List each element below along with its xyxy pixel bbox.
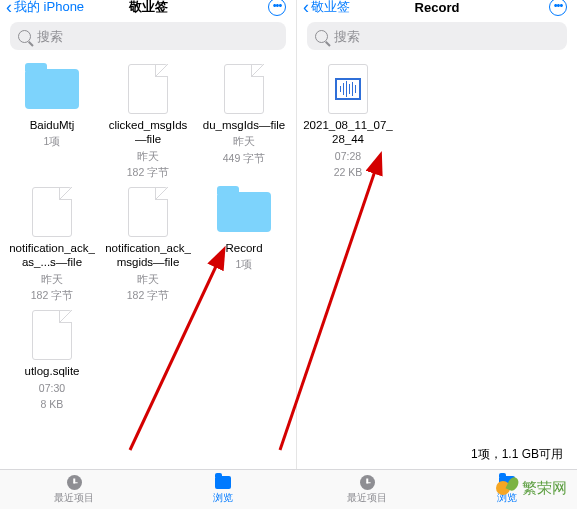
item-name: du_msgIds—file [203,118,285,132]
grid-item-file[interactable]: clicked_msgIds—file 昨天 182 字节 [103,66,193,179]
search-bar[interactable] [307,22,567,50]
item-meta: 07:30 [39,381,65,395]
tab-label: 最近项目 [347,492,387,505]
item-name: 2021_08_11_07_28_44 [303,118,393,147]
tab-label: 最近项目 [54,492,94,505]
item-name: notification_ack_as_...s—file [7,241,97,270]
item-size: 182 字节 [127,165,169,179]
navbar-left: ‹ 我的 iPhone 敬业签 ••• [0,0,296,14]
grid-item-file[interactable]: notification_ack_msgids—file 昨天 182 字节 [103,189,193,302]
watermark-icon [496,477,518,499]
item-size: 182 字节 [127,288,169,302]
item-meta: 1项 [44,134,61,148]
audio-file-icon [328,64,368,114]
search-bar[interactable] [10,22,286,50]
tab-label: 浏览 [213,492,233,505]
grid-item-folder-record[interactable]: Record 1项 [199,189,289,302]
file-grid: BaiduMtj 1项 clicked_msgIds—file 昨天 182 字… [0,56,296,421]
chevron-left-icon: ‹ [6,0,12,14]
item-meta: 07:28 [335,149,361,163]
back-label: 我的 iPhone [14,0,84,16]
item-name: Record [225,241,262,255]
item-name: clicked_msgIds—file [103,118,193,147]
item-meta: 昨天 [41,272,63,286]
folder-icon [25,69,79,109]
ellipsis-icon: ••• [273,0,282,11]
watermark-text: 繁荣网 [522,479,567,498]
item-meta: 昨天 [137,149,159,163]
tabbar-left: 最近项目 浏览 [0,469,297,509]
file-icon [32,187,72,237]
grid-item-file[interactable]: notification_ack_as_...s—file 昨天 182 字节 [7,189,97,302]
grid-item-folder[interactable]: BaiduMtj 1项 [7,66,97,179]
ellipsis-icon: ••• [554,0,563,11]
file-grid: 2021_08_11_07_28_44 07:28 22 KB [297,56,577,189]
page-title: Record [415,0,460,15]
page-title: 敬业签 [129,0,168,16]
item-name: notification_ack_msgids—file [103,241,193,270]
waveform-icon [335,78,361,100]
search-icon [315,30,328,43]
clock-icon [67,475,82,490]
item-name: BaiduMtj [30,118,75,132]
back-button[interactable]: ‹ 敬业签 [303,0,350,16]
item-meta: 昨天 [137,272,159,286]
tab-browse[interactable]: 浏览 [149,470,298,509]
more-button[interactable]: ••• [268,0,286,16]
right-pane: ‹ 敬业签 Record ••• 2021_08_11_07_28_44 07:… [297,0,577,509]
item-meta: 1项 [236,257,253,271]
search-input[interactable] [37,29,278,44]
file-icon [224,64,264,114]
watermark: 繁荣网 [496,477,567,499]
folder-icon [217,192,271,232]
left-pane: ‹ 我的 iPhone 敬业签 ••• BaiduMtj 1项 clicked_… [0,0,297,509]
item-size: 8 KB [41,397,64,411]
folder-icon [215,476,231,489]
file-icon [128,187,168,237]
item-size: 182 字节 [31,288,73,302]
search-icon [18,30,31,43]
search-input[interactable] [334,29,559,44]
item-size: 22 KB [334,165,363,179]
storage-status: 1项，1.1 GB可用 [471,446,563,463]
back-button[interactable]: ‹ 我的 iPhone [6,0,84,16]
file-icon [128,64,168,114]
item-meta: 昨天 [233,134,255,148]
tab-recent[interactable]: 最近项目 [0,470,149,509]
clock-icon [360,475,375,490]
file-icon [32,310,72,360]
grid-item-file[interactable]: du_msgIds—file 昨天 449 字节 [199,66,289,179]
navbar-right: ‹ 敬业签 Record ••• [297,0,577,14]
item-name: utlog.sqlite [25,364,80,378]
grid-item-audio[interactable]: 2021_08_11_07_28_44 07:28 22 KB [303,66,393,179]
chevron-left-icon: ‹ [303,0,309,14]
item-size: 449 字节 [223,151,265,165]
tab-recent[interactable]: 最近项目 [297,470,437,509]
more-button[interactable]: ••• [549,0,567,16]
grid-item-file[interactable]: utlog.sqlite 07:30 8 KB [7,312,97,411]
back-label: 敬业签 [311,0,350,16]
